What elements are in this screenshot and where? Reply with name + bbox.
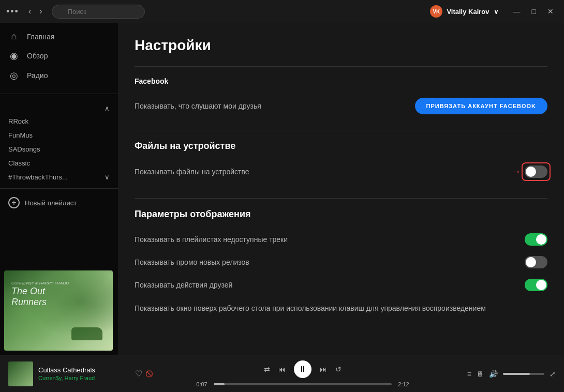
content-area: Настройки Facebook Показывать, что слуша… [118,23,564,355]
search-wrapper: 🔍 [52,5,145,19]
facebook-row: Показывать, что слушают мои друзья ПРИВЯ… [135,93,547,119]
maximize-button[interactable]: □ [528,6,540,17]
display-title: Параметры отображения [135,209,547,220]
promo-releases-label: Показывать промо новых релизов [135,258,249,266]
expand-icon: ∨ [105,173,110,181]
titlebar: ••• ‹ › 🔍 VK Vitaliy Kairov ∨ — □ ✕ [0,0,564,23]
collapse-icon: ∧ [105,104,110,112]
display-divider [135,198,547,199]
home-icon: ⌂ [8,31,20,42]
promo-releases-toggle[interactable] [525,256,547,268]
unavailable-tracks-label: Показывать в плейлистах недоступные трек… [135,235,288,244]
previous-button[interactable]: ⏮ [278,365,286,373]
pause-button[interactable]: ⏸ [294,360,311,378]
volume-fill [503,373,530,375]
titlebar-right: VK Vitaliy Kairov ∨ — □ ✕ [430,5,558,18]
new-playlist-label: Новый плейлист [25,199,77,207]
sidebar-item-browse[interactable]: ◉ Обзор [0,46,118,66]
sidebar: ⌂ Главная ◉ Обзор ◎ Радио ∧ RRock FunMus… [0,23,118,355]
menu-dots[interactable]: ••• [6,6,19,17]
album-art-text: CURREN$Y & HARRY FRAUD The OutRunners [11,281,69,308]
toggle-annotation: → [510,165,547,178]
volume-icon[interactable]: 🔊 [489,370,498,378]
playlist-item-throwback[interactable]: #ThrowbackThurs... ∨ [0,170,118,184]
device-files-title: Файлы на устройстве [135,141,547,152]
titlebar-left: ••• ‹ › 🔍 [6,5,145,19]
dislike-button[interactable]: 🚫 [145,370,153,378]
playlist-item-rrock[interactable]: RRock [0,114,118,128]
back-button[interactable]: ‹ [25,5,34,18]
friends-activity-toggle[interactable] [525,279,547,291]
minimize-button[interactable]: — [509,6,525,17]
playlist-item-funmus[interactable]: FunMus [0,128,118,142]
device-files-row: Показывать файлы на устройстве → [135,160,547,184]
total-time: 2:12 [396,381,411,387]
now-playing-info: Cutlass Cathedrals Curren$y, Harry Fraud [38,366,130,381]
show-friends-label: Показывать, что слушают мои друзья [135,102,261,110]
sidebar-nav: ⌂ Главная ◉ Обзор ◎ Радио [0,23,118,89]
volume-bar[interactable] [503,373,544,375]
sidebar-item-label-browse: Обзор [27,52,48,60]
now-playing-artist[interactable]: Curren$y, Harry Fraud [38,375,130,381]
sidebar-item-radio[interactable]: ◎ Радио [0,66,118,85]
connect-facebook-button[interactable]: ПРИВЯЗАТЬ АККАУНТ FACEBOOK [415,98,548,114]
overlay-row: Показывать окно поверх рабочего стола пр… [135,296,547,319]
search-input[interactable] [52,5,145,19]
now-playing-center: ⇄ ⏮ ⏸ ⏭ ↺ 0:07 2:12 [153,360,452,387]
browse-icon: ◉ [8,50,20,62]
like-button[interactable]: ♡ [135,369,142,379]
facebook-section: Facebook Показывать, что слушают мои дру… [135,66,547,119]
repeat-button[interactable]: ↺ [335,365,342,373]
window-controls: — □ ✕ [509,6,558,17]
album-art[interactable]: CURREN$Y & HARRY FRAUD The OutRunners [4,270,113,351]
fullscreen-button[interactable]: ⤢ [550,370,556,378]
unavailable-tracks-toggle[interactable] [525,233,547,246]
user-info[interactable]: VK Vitaliy Kairov ∨ [430,5,498,18]
overlay-label: Показывать окно поверх рабочего стола пр… [135,304,486,314]
next-button[interactable]: ⏭ [320,365,327,373]
now-playing-right: ≡ 🖥 🔊 ⤢ [452,370,556,378]
content-scroll: Настройки Facebook Показывать, что слуша… [118,23,564,344]
device-files-section: Файлы на устройстве Показывать файлы на … [135,130,547,184]
sidebar-item-home[interactable]: ⌂ Главная [0,27,118,46]
playlist-item-sadsongs[interactable]: SADsongs [0,142,118,156]
new-playlist-button[interactable]: + Новый плейлист [0,193,118,213]
device-button[interactable]: 🖥 [477,370,484,378]
toggle-highlight [525,165,547,178]
close-button[interactable]: ✕ [543,6,558,17]
forward-button[interactable]: › [36,5,45,18]
toggle-knob [526,167,536,177]
username: Vitaliy Kairov [447,8,489,16]
toggle-knob-2 [526,257,536,267]
progress-bar[interactable] [214,383,392,385]
main-container: ⌂ Главная ◉ Обзор ◎ Радио ∧ RRock FunMus… [0,23,564,355]
sidebar-item-label-radio: Радио [27,71,48,80]
album-art-container: CURREN$Y & HARRY FRAUD The OutRunners [0,266,118,355]
page-title: Настройки [135,37,547,54]
facebook-divider [135,66,547,67]
toggle-knob-1 [536,234,546,245]
plus-icon: + [8,197,20,208]
facebook-title: Facebook [135,77,547,85]
throwback-label: #ThrowbackThurs... [8,173,68,181]
sidebar-playlists: ∧ RRock FunMus SADsongs Classic #Throwba… [0,98,118,266]
playback-controls: ⇄ ⏮ ⏸ ⏭ ↺ [264,360,342,378]
friends-activity-label: Показывать действия друзей [135,281,232,289]
sidebar-divider-2 [0,188,118,189]
friends-activity-row: Показывать действия друзей [135,274,547,296]
radio-icon: ◎ [8,70,20,81]
progress-bar-container: 0:07 2:12 [194,381,411,387]
now-playing-title: Cutlass Cathedrals [38,366,130,374]
playlist-item-classic[interactable]: Classic [0,156,118,170]
unavailable-tracks-row: Показывать в плейлистах недоступные трек… [135,228,547,251]
shuffle-button[interactable]: ⇄ [264,365,270,373]
show-files-toggle[interactable] [525,165,547,178]
sidebar-divider [0,94,118,94]
chevron-down-icon: ∨ [494,8,499,16]
show-files-label: Показывать файлы на устройстве [135,168,249,176]
progress-fill [214,383,225,385]
queue-button[interactable]: ≡ [467,370,471,378]
annotation-arrow-icon: → [510,165,522,178]
playlist-section-header[interactable]: ∧ [0,102,118,114]
now-playing-thumbnail [8,361,33,386]
